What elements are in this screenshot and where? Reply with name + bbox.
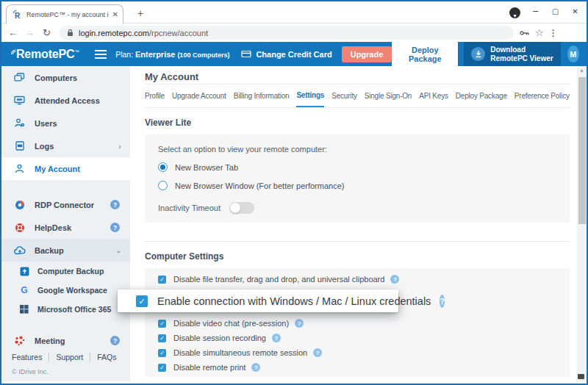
meeting-help-icon[interactable] xyxy=(110,336,120,345)
helpdesk-help-icon[interactable] xyxy=(110,223,120,232)
setting-row[interactable]: Disable session recording xyxy=(158,331,556,345)
minimize-button[interactable] xyxy=(526,1,545,22)
sidebar: Computers Attended Access xyxy=(1,66,130,381)
account-avatar[interactable]: M xyxy=(567,46,579,62)
radio-new-browser-tab[interactable]: New Browser Tab xyxy=(158,162,556,172)
sidebar-item-meeting[interactable]: Meeting xyxy=(1,329,130,352)
sidebar-item-attended-access[interactable]: Attended Access xyxy=(1,89,130,112)
sidebar-item-computers[interactable]: Computers xyxy=(1,66,130,89)
checkbox-checked-icon[interactable] xyxy=(158,334,166,342)
tab-preference-policy[interactable]: Preference Policy xyxy=(514,84,570,107)
back-icon[interactable] xyxy=(4,27,21,38)
sidebar-item-logs[interactable]: Logs xyxy=(1,134,130,157)
password-key-icon[interactable] xyxy=(520,29,530,37)
window-controls xyxy=(526,1,585,22)
tab-profile[interactable]: Profile xyxy=(145,84,165,107)
close-tab-icon[interactable] xyxy=(112,11,118,18)
sidebar-item-my-account[interactable]: My Account xyxy=(1,157,130,180)
new-tab-button[interactable] xyxy=(134,7,147,21)
browser-tab[interactable]: R RemotePC™ - my account inform xyxy=(6,4,123,24)
tab-settings[interactable]: Settings xyxy=(296,84,324,108)
maximize-button[interactable] xyxy=(545,1,565,22)
tab-billing-information[interactable]: Billing Information xyxy=(234,84,290,107)
support-link[interactable]: Support xyxy=(49,353,90,361)
features-link[interactable]: Features xyxy=(12,353,49,361)
viewer-lite-heading: Viewer Lite xyxy=(145,118,570,128)
download-viewer-label: Download RemotePC Viewer xyxy=(490,46,553,63)
remotepc-logo[interactable]: RemotePC ™ xyxy=(10,48,79,61)
tab-api-keys[interactable]: API Keys xyxy=(419,84,448,107)
scrollbar-thumb[interactable] xyxy=(578,77,586,224)
tab-security[interactable]: Security xyxy=(331,84,357,107)
backup-cloud-icon xyxy=(13,246,26,255)
upgrade-button[interactable]: Upgrade xyxy=(342,46,392,62)
sidebar-item-helpdesk[interactable]: HelpDesk xyxy=(1,216,130,239)
radio-selected-icon[interactable] xyxy=(158,162,168,172)
sidebar-footer: Features Support FAQs © IDrive Inc. xyxy=(1,353,130,381)
setting-row[interactable]: Disable file transfer, drag and drop, an… xyxy=(158,272,556,287)
sidebar-item-users[interactable]: Users xyxy=(1,112,130,134)
tab-deploy-package[interactable]: Deploy Package xyxy=(456,84,507,107)
helpdesk-icon xyxy=(13,223,26,233)
tab-single-sign-on[interactable]: Single Sign-On xyxy=(365,84,412,107)
checkbox-checked-icon[interactable] xyxy=(158,276,166,284)
sidebar-item-microsoft-office-365[interactable]: Microsoft Office 365 xyxy=(1,300,130,319)
setting-help-icon[interactable] xyxy=(440,295,445,308)
credit-card-icon xyxy=(241,50,251,58)
setting-help-icon[interactable] xyxy=(272,334,281,342)
sidebar-item-backup[interactable]: Backup xyxy=(1,239,130,262)
sidebar-item-google-workspace[interactable]: G Google Workspace xyxy=(1,281,130,300)
close-button[interactable] xyxy=(565,1,585,22)
change-credit-card-button[interactable]: Change Credit Card xyxy=(241,50,331,59)
setting-help-icon[interactable] xyxy=(390,275,399,284)
setting-help-icon[interactable] xyxy=(251,363,260,372)
inactivity-timeout-toggle[interactable] xyxy=(229,202,254,214)
browser-tab-bar: R RemotePC™ - my account inform xyxy=(1,1,587,24)
reload-icon[interactable] xyxy=(38,27,55,38)
setting-row[interactable]: Disable video chat (pre-session) xyxy=(158,316,556,331)
attended-access-icon xyxy=(13,96,26,105)
my-account-icon xyxy=(13,164,26,173)
tab-upgrade-account[interactable]: Upgrade Account xyxy=(172,84,226,107)
menu-hamburger-icon[interactable] xyxy=(95,50,103,59)
deploy-package-button[interactable]: Deploy Package xyxy=(392,41,458,68)
app-header: RemotePC ™ Plan: Enterprise (100 Compute… xyxy=(1,42,587,66)
viewer-option-prompt: Select an option to view your remote com… xyxy=(158,145,556,154)
rdp-help-icon[interactable] xyxy=(110,200,120,209)
download-icon xyxy=(471,47,485,61)
address-bar[interactable]: login.remotepc.com/rpcnew/account xyxy=(60,26,514,40)
google-icon: G xyxy=(19,285,29,295)
setting-help-icon[interactable] xyxy=(295,319,304,328)
sidebar-item-rdp-connector[interactable]: RDP Connector xyxy=(1,193,130,216)
page-scrollbar[interactable] xyxy=(577,66,587,381)
copyright-text: © IDrive Inc. xyxy=(12,368,130,375)
logs-icon xyxy=(13,141,26,151)
sidebar-item-computer-backup[interactable]: Computer Backup xyxy=(1,262,130,281)
page-title: My Account xyxy=(145,71,198,82)
browser-menu-icon[interactable] xyxy=(549,28,558,38)
plan-info: Plan: Enterprise (100 Computers) xyxy=(115,50,229,59)
checkbox-checked-icon[interactable] xyxy=(158,364,166,372)
scroll-up-icon[interactable] xyxy=(577,66,587,75)
tab-title: RemotePC™ - my account inform xyxy=(26,11,109,18)
radio-new-browser-window[interactable]: New Browser Window (For better performan… xyxy=(158,181,556,190)
radio-unselected-icon[interactable] xyxy=(158,181,168,190)
bookmark-star-icon[interactable] xyxy=(535,27,544,38)
checkbox-checked-icon[interactable] xyxy=(158,349,166,357)
setting-help-icon[interactable] xyxy=(313,348,322,357)
highlighted-setting-card[interactable]: Enable connection with Windows / Mac / L… xyxy=(118,289,398,312)
setting-row[interactable]: Disable remote print xyxy=(158,360,556,375)
setting-row[interactable]: Disable simultaneous remote session xyxy=(158,345,556,360)
browser-update-icon[interactable] xyxy=(509,7,520,18)
download-viewer-button[interactable]: Download RemotePC Viewer xyxy=(464,42,560,66)
forward-icon[interactable] xyxy=(21,27,38,38)
computer-backup-icon xyxy=(19,267,29,276)
checkbox-checked-icon[interactable] xyxy=(136,295,148,307)
viewer-lite-panel: Select an option to view your remote com… xyxy=(145,134,570,223)
rdp-connector-icon xyxy=(13,200,26,210)
url-text: login.remotepc.com/rpcnew/account xyxy=(79,29,208,37)
faqs-link[interactable]: FAQs xyxy=(90,353,123,361)
checkbox-checked-icon[interactable] xyxy=(158,320,166,328)
chevron-right-icon xyxy=(118,142,121,151)
section-divider xyxy=(145,241,570,242)
